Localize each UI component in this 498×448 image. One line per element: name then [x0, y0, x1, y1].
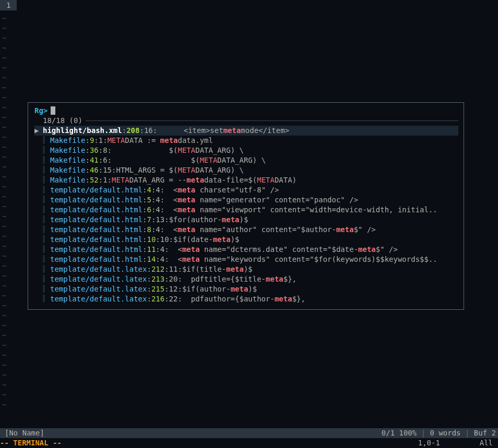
fzf-result-row[interactable]: template/default.html:10:10:$if(date-met…	[34, 235, 458, 245]
fzf-count-rule	[86, 120, 458, 121]
fzf-result-row[interactable]: template/default.latex:216:22: pdfauthor…	[34, 294, 458, 304]
fzf-result-row[interactable]: Makefile:52:1:METADATA_ARG = --metadata-…	[34, 175, 458, 185]
fzf-result-row[interactable]: Makefile:9:1:METADATA := metadata.yml	[34, 136, 458, 146]
fzf-result-row[interactable]: template/default.html:8:4: <meta name="a…	[34, 225, 458, 235]
fzf-result-row[interactable]: template/default.latex:213:20: pdftitle=…	[34, 274, 458, 284]
fzf-prompt-label: Rg>	[34, 106, 48, 116]
mode-indicator: -- TERMINAL --	[0, 438, 62, 448]
tab-bar: 1	[0, 0, 498, 10]
fzf-result-row[interactable]: template/default.html:14:4: <meta name="…	[34, 255, 458, 264]
status-right: 0/1 100% | 0 words | Buf 2	[382, 428, 496, 438]
fzf-cursor	[51, 106, 55, 115]
fzf-result-row[interactable]: template/default.html:7:13:$for(author-m…	[34, 215, 458, 225]
fzf-prompt-line[interactable]: Rg>	[28, 106, 464, 116]
status-filename: [No Name]	[5, 428, 44, 438]
fzf-count-text: 18/18 (0)	[43, 116, 82, 126]
fzf-count-line: 18/18 (0)	[28, 116, 464, 126]
fzf-result-row[interactable]: Makefile:46:15:HTML_ARGS = $(METADATA_AR…	[34, 165, 458, 175]
fzf-results[interactable]: ▶highlight/bash.xml:208:16: <item>setmet…	[28, 126, 464, 304]
tab-1[interactable]: 1	[0, 0, 17, 10]
fzf-result-row[interactable]: template/default.html:11:4: <meta name="…	[34, 245, 458, 255]
fzf-result-row[interactable]: template/default.html:6:4: <meta name="v…	[34, 205, 458, 215]
fzf-result-row[interactable]: template/default.latex:212:11:$if(title-…	[34, 264, 458, 274]
tilde-column: ~~~~~~~~~~~~~~~~~~~~~~~~~~~~~~~~~~~~~~~~	[2, 14, 6, 410]
fzf-result-row[interactable]: template/default.latex:215:12:$if(author…	[34, 284, 458, 294]
fzf-result-row[interactable]: Makefile:36:8: $(METADATA_ARG) \	[34, 146, 458, 155]
fzf-popup[interactable]: Rg> 18/18 (0) ▶highlight/bash.xml:208:16…	[28, 102, 464, 310]
fzf-result-row[interactable]: template/default.html:5:4: <meta name="g…	[34, 195, 458, 205]
command-line: -- TERMINAL -- 1,0-1 All	[0, 438, 498, 448]
fzf-result-row[interactable]: Makefile:41:6: $(METADATA_ARG) \	[34, 155, 458, 165]
status-line: [No Name] 0/1 100% | 0 words | Buf 2	[0, 428, 498, 438]
fzf-result-row[interactable]: ▶highlight/bash.xml:208:16: <item>setmet…	[34, 126, 458, 136]
buffer-area: ~~~~~~~~~~~~~~~~~~~~~~~~~~~~~~~~~~~~~~~~…	[0, 10, 498, 427]
ruler: 1,0-1 All	[418, 438, 496, 448]
fzf-result-row[interactable]: template/default.html:4:4: <meta charset…	[34, 185, 458, 195]
